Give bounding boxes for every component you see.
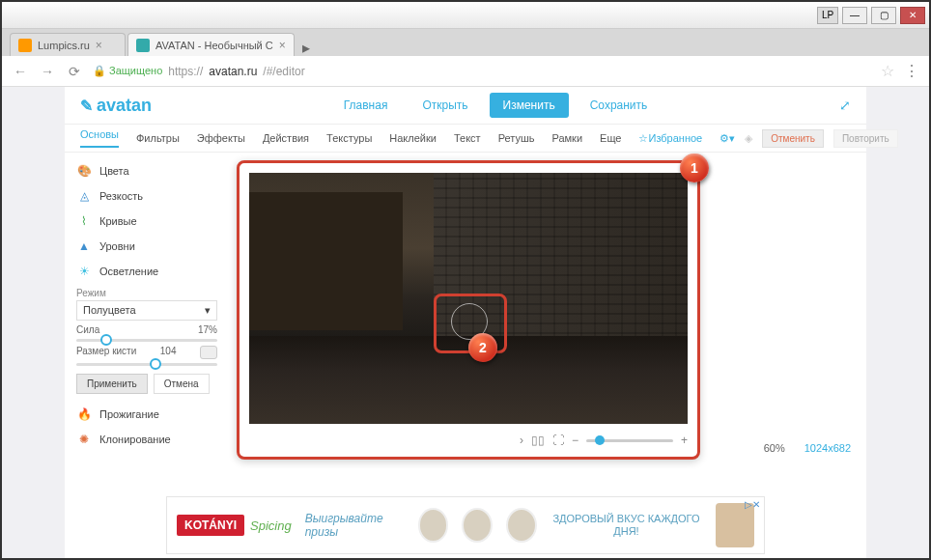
zoom-slider[interactable]: [586, 439, 673, 442]
image-dimensions: 1024x682: [804, 442, 851, 454]
brush-preview-icon[interactable]: [200, 346, 217, 359]
minimize-button[interactable]: —: [842, 7, 867, 24]
chevron-down-icon: ▾: [205, 304, 211, 317]
back-icon[interactable]: ←: [12, 64, 29, 79]
sidebar-item-burn[interactable]: 🔥Прожигание: [76, 402, 217, 427]
compare-icon[interactable]: ▯▯: [531, 434, 545, 447]
ad-product-icon: [418, 508, 449, 543]
nav-open[interactable]: Открыть: [409, 93, 481, 118]
editor-canvas[interactable]: [249, 173, 688, 424]
url-host: avatan.ru: [209, 65, 257, 78]
page-content: avatan Главная Открыть Изменить Сохранит…: [2, 87, 929, 560]
tool-basics[interactable]: Основы: [80, 128, 119, 148]
url-field[interactable]: Защищено https://avatan.ru/#/editor: [93, 65, 871, 78]
app-nav: Главная Открыть Изменить Сохранить: [152, 93, 839, 118]
app-header: avatan Главная Открыть Изменить Сохранит…: [65, 87, 866, 124]
url-path: /#/editor: [263, 65, 304, 78]
maximize-button[interactable]: ▢: [871, 7, 896, 24]
canvas-highlight-frame: 1 2 › ▯▯ ⛶ − +: [237, 160, 700, 460]
brush-slider[interactable]: [76, 363, 217, 366]
zoom-out-icon[interactable]: −: [572, 434, 578, 447]
mode-select[interactable]: Полуцвета▾: [76, 300, 217, 321]
tool-text[interactable]: Текст: [454, 132, 481, 144]
levels-icon: ▲: [76, 238, 92, 254]
tab-close-icon[interactable]: ×: [279, 39, 286, 52]
strength-label: Сила: [76, 324, 99, 335]
sidebar-item-lighten[interactable]: ☀Осветление: [76, 259, 217, 284]
tool-stickers[interactable]: Наклейки: [389, 132, 437, 144]
redo-button[interactable]: Повторить: [833, 129, 898, 148]
strength-slider[interactable]: [76, 339, 217, 342]
gear-icon[interactable]: ⚙▾: [719, 132, 735, 145]
tab-close-icon[interactable]: ×: [96, 39, 102, 52]
prev-icon[interactable]: ›: [520, 434, 523, 447]
canvas-controls: › ▯▯ ⛶ − +: [249, 430, 688, 451]
palette-icon: 🎨: [76, 163, 92, 179]
photo-building-left: [249, 192, 403, 330]
nav-home[interactable]: Главная: [330, 93, 402, 118]
fullscreen-icon[interactable]: ⛶: [552, 434, 564, 447]
sidebar-item-colors[interactable]: 🎨Цвета: [76, 158, 217, 183]
clone-icon: ✺: [76, 432, 92, 447]
ad-product-icon: [506, 508, 537, 543]
tool-frames[interactable]: Рамки: [551, 132, 582, 144]
favicon: [136, 39, 150, 52]
user-badge[interactable]: LP: [817, 7, 838, 24]
ad-banner[interactable]: KOTÁNYI Spicing Выигрывайте призы ЗДОРОВ…: [166, 496, 765, 554]
curves-icon: ⌇: [76, 213, 92, 229]
apply-button[interactable]: Применить: [76, 374, 148, 394]
forward-icon[interactable]: →: [39, 64, 56, 79]
brush-label: Размер кисти: [76, 346, 136, 359]
sun-icon: ☀: [76, 264, 92, 279]
ad-text-1: Выигрывайте призы: [305, 512, 405, 539]
zoom-percent: 60%: [764, 442, 785, 454]
sidebar-item-levels[interactable]: ▲Уровни: [76, 234, 217, 259]
expand-icon[interactable]: ⤢: [839, 98, 851, 113]
tab-lumpics[interactable]: Lumpics.ru ×: [10, 33, 126, 56]
ad-text-2: ЗДОРОВЫЙ ВКУС КАЖДОГО ДНЯ!: [550, 513, 702, 538]
ad-tagline: Spicing: [250, 518, 292, 533]
cancel-button[interactable]: Отмена: [154, 374, 210, 394]
undo-button[interactable]: Отменить: [762, 129, 824, 148]
ad-brand: KOTÁNYI: [177, 515, 244, 536]
layers-icon[interactable]: ◈: [745, 132, 752, 145]
app-toolbar: Основы Фильтры Эффекты Действия Текстуры…: [65, 124, 866, 153]
browser-menu-icon[interactable]: ⋮: [904, 62, 919, 80]
tool-filters[interactable]: Фильтры: [136, 132, 180, 144]
tab-title: AVATAN - Необычный С: [155, 40, 273, 51]
tab-title: Lumpics.ru: [38, 40, 90, 51]
nav-edit[interactable]: Изменить: [490, 93, 569, 118]
tool-effects[interactable]: Эффекты: [197, 132, 245, 144]
tool-actions[interactable]: Действия: [263, 132, 309, 144]
sharpen-icon: ◬: [76, 188, 92, 204]
strength-value: 17%: [198, 324, 217, 335]
nav-save[interactable]: Сохранить: [577, 93, 662, 118]
new-tab-button[interactable]: ▸: [296, 39, 316, 56]
callout-1: 1: [680, 154, 709, 182]
brush-value: 104: [160, 346, 177, 359]
secure-label: Защищено: [93, 65, 162, 77]
canvas-info: 60% 1024x682: [764, 442, 851, 454]
ad-product-icon: [462, 508, 493, 543]
app-logo[interactable]: avatan: [80, 96, 152, 116]
mode-label: Режим: [76, 288, 217, 298]
sidebar-item-sharpness[interactable]: ◬Резкость: [76, 183, 217, 209]
address-bar: ← → ⟳ Защищено https://avatan.ru/#/edito…: [2, 56, 929, 87]
tool-more[interactable]: Еще: [600, 132, 621, 144]
browser-tabs: Lumpics.ru × AVATAN - Необычный С × ▸: [2, 29, 929, 56]
close-button[interactable]: ✕: [900, 7, 925, 24]
avatan-app: avatan Главная Открыть Изменить Сохранит…: [65, 87, 866, 560]
tool-textures[interactable]: Текстуры: [326, 132, 372, 144]
ad-badge[interactable]: ▷✕: [745, 499, 760, 510]
url-prefix: https://: [168, 65, 203, 78]
reload-icon[interactable]: ⟳: [66, 64, 83, 79]
sidebar-item-curves[interactable]: ⌇Кривые: [76, 209, 217, 234]
zoom-in-icon[interactable]: +: [681, 434, 688, 447]
sidebar-item-clone[interactable]: ✺Клонирование: [76, 427, 217, 452]
bookmark-icon[interactable]: ☆: [881, 62, 894, 80]
tool-retouch[interactable]: Ретушь: [498, 132, 535, 144]
flame-icon: 🔥: [76, 406, 92, 422]
favicon: [18, 39, 32, 52]
tool-favorites[interactable]: ☆Избранное: [638, 132, 702, 145]
tab-avatan[interactable]: AVATAN - Необычный С ×: [127, 33, 295, 56]
